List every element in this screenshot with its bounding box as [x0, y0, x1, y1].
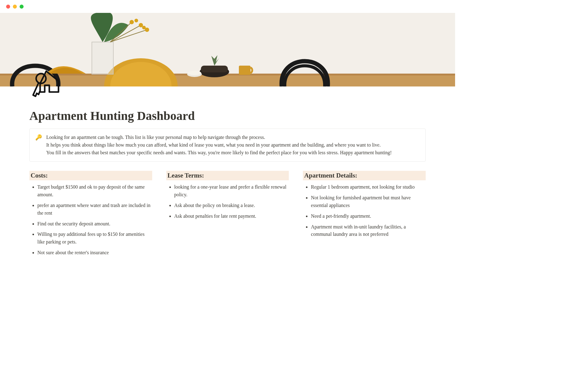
list-lease: looking for a one-year lease and prefer …: [166, 183, 289, 220]
list-costs: Target budget $1500 and ok to pay deposi…: [29, 183, 152, 256]
column-details: Apartment Details: Regular 1 bedroom apa…: [303, 171, 426, 259]
maximize-window-button[interactable]: [20, 5, 24, 9]
list-item: Ask about penalties for late rent paymen…: [174, 213, 289, 220]
svg-rect-18: [239, 66, 251, 75]
list-item: Apartment must with in-unit laundry faci…: [311, 223, 426, 239]
list-item: Regular 1 bedroom apartment, not looking…: [311, 183, 426, 191]
callout-line-1: Looking for an apartment can be tough. T…: [46, 134, 392, 141]
heading-lease: Lease Terms:: [166, 171, 289, 180]
list-details: Regular 1 bedroom apartment, not looking…: [303, 183, 426, 238]
callout-line-2: It helps you think about things like how…: [46, 141, 392, 149]
list-item: Willing to pay additional fees up to $15…: [37, 231, 152, 246]
svg-point-13: [142, 26, 146, 29]
callout-block: 🔑 Looking for an apartment can be tough.…: [29, 128, 426, 162]
page-title: Apartment Hunting Dashboard: [29, 109, 426, 123]
callout-line-3: You fill in the answers that best matche…: [46, 149, 392, 157]
list-item: prefer an apartment where water and tras…: [37, 202, 152, 217]
svg-point-17: [188, 71, 201, 75]
columns-container: Costs: Target budget $1500 and ok to pay…: [29, 171, 426, 259]
svg-point-9: [130, 20, 134, 24]
svg-rect-5: [92, 42, 113, 74]
list-item: Not looking for furnished apartment but …: [311, 194, 426, 209]
svg-rect-15: [201, 66, 228, 72]
column-costs: Costs: Target budget $1500 and ok to pay…: [29, 171, 152, 259]
list-item: Find out the security deposit amount.: [37, 220, 152, 228]
key-icon: 🔑: [35, 134, 42, 141]
list-item: Not sure about the renter's insurance: [37, 249, 152, 257]
svg-rect-1: [0, 74, 455, 86]
list-item: Need a pet-friendly apartment.: [311, 213, 426, 220]
list-item: Ask about the policy on breaking a lease…: [174, 202, 289, 209]
heading-costs: Costs:: [29, 171, 152, 180]
close-window-button[interactable]: [6, 5, 10, 9]
minimize-window-button[interactable]: [13, 5, 17, 9]
column-lease: Lease Terms: looking for a one-year leas…: [166, 171, 289, 259]
list-item: looking for a one-year lease and prefer …: [174, 183, 289, 199]
svg-point-12: [134, 19, 138, 22]
callout-text: Looking for an apartment can be tough. T…: [46, 134, 392, 156]
page-icon: [29, 68, 63, 103]
window-titlebar: [0, 0, 455, 13]
cover-image: [0, 13, 455, 86]
list-item: Target budget $1500 and ok to pay deposi…: [37, 183, 152, 199]
heading-details: Apartment Details:: [303, 171, 426, 180]
